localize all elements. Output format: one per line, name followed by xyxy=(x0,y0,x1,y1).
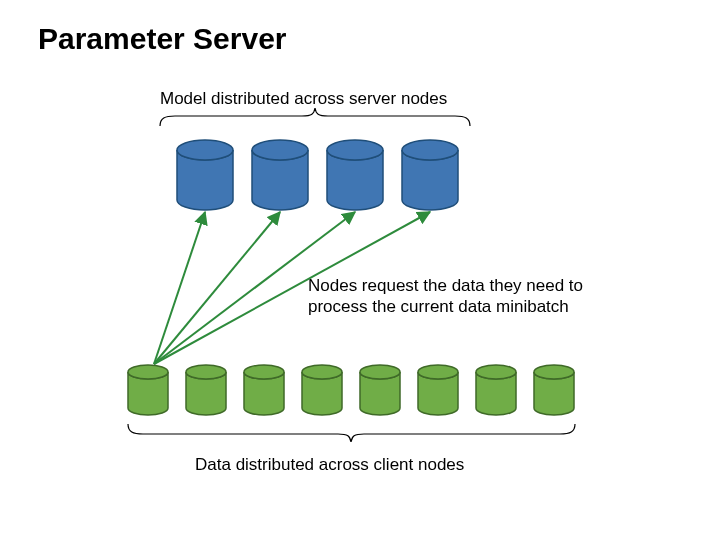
request-arrow xyxy=(154,212,355,364)
svg-point-0 xyxy=(177,140,233,160)
svg-point-4 xyxy=(128,365,168,379)
diagram-canvas xyxy=(0,0,720,540)
server-node-cylinder xyxy=(402,140,458,210)
client-node-cylinder xyxy=(360,365,400,415)
client-node-cylinder xyxy=(534,365,574,415)
server-node-cylinder xyxy=(327,140,383,210)
client-node-cylinder xyxy=(186,365,226,415)
svg-point-2 xyxy=(327,140,383,160)
svg-point-6 xyxy=(244,365,284,379)
client-node-cylinder xyxy=(244,365,284,415)
client-node-cylinder xyxy=(128,365,168,415)
svg-point-3 xyxy=(402,140,458,160)
request-arrow xyxy=(154,212,430,364)
client-node-cylinder xyxy=(302,365,342,415)
svg-point-8 xyxy=(360,365,400,379)
svg-point-10 xyxy=(476,365,516,379)
svg-point-1 xyxy=(252,140,308,160)
svg-point-5 xyxy=(186,365,226,379)
svg-point-11 xyxy=(534,365,574,379)
svg-point-7 xyxy=(302,365,342,379)
svg-point-9 xyxy=(418,365,458,379)
server-node-cylinder xyxy=(177,140,233,210)
top-brace xyxy=(160,108,470,126)
bottom-brace xyxy=(128,424,575,442)
request-arrow xyxy=(154,212,280,364)
server-node-cylinder xyxy=(252,140,308,210)
client-node-cylinder xyxy=(418,365,458,415)
client-node-cylinder xyxy=(476,365,516,415)
